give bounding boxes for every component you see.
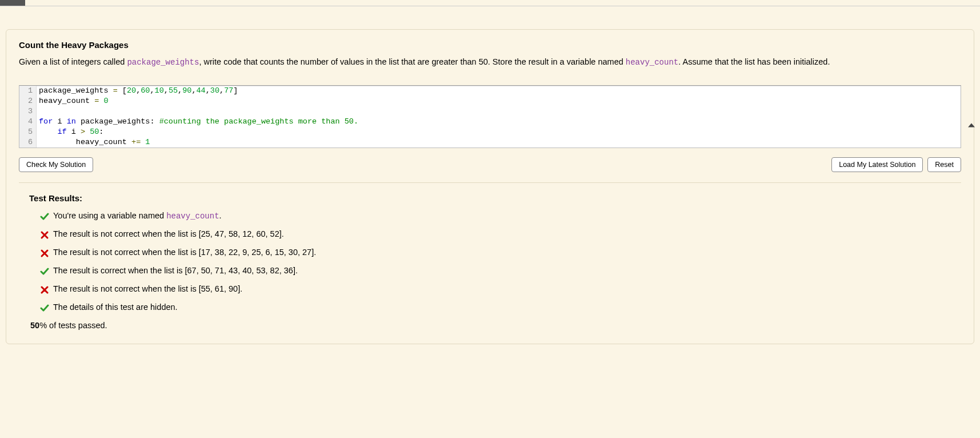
tab-stub bbox=[0, 0, 25, 6]
line-number: 1 bbox=[19, 86, 37, 96]
line-number: 6 bbox=[19, 137, 37, 148]
check-solution-button[interactable]: Check My Solution bbox=[19, 157, 93, 172]
result-text: The details of this test are hidden. bbox=[53, 302, 178, 312]
top-divider bbox=[0, 6, 980, 6]
problem-title: Count the Heavy Packages bbox=[19, 40, 961, 50]
problem-description: Given a list of integers called package_… bbox=[19, 55, 961, 69]
line-number: 2 bbox=[19, 96, 37, 106]
code-content[interactable]: package_weights = [20,60,10,55,90,44,30,… bbox=[37, 86, 961, 96]
editor-line[interactable]: 2heavy_count = 0 bbox=[19, 96, 961, 106]
check-icon bbox=[36, 211, 53, 221]
reset-button[interactable]: Reset bbox=[927, 157, 961, 172]
svg-marker-0 bbox=[968, 123, 975, 127]
result-text: The result is not correct when the list … bbox=[53, 284, 242, 293]
check-icon bbox=[36, 266, 53, 276]
test-result-item: The result is not correct when the list … bbox=[36, 229, 961, 240]
desc-text: . Assume that the list has been initiali… bbox=[678, 57, 830, 66]
result-text: The result is not correct when the list … bbox=[53, 248, 316, 257]
pct-number: 50 bbox=[30, 321, 39, 330]
pass-percentage: 50% of tests passed. bbox=[30, 321, 961, 330]
code-literal: package_weights bbox=[127, 58, 199, 67]
editor-line[interactable]: 3 bbox=[19, 106, 961, 117]
test-result-item: You're using a variable named heavy_coun… bbox=[36, 211, 961, 221]
code-content[interactable]: if i > 50: bbox=[37, 127, 961, 137]
cross-icon bbox=[36, 248, 53, 258]
button-row: Check My Solution Load My Latest Solutio… bbox=[19, 157, 961, 172]
editor-line[interactable]: 1package_weights = [20,60,10,55,90,44,30… bbox=[19, 86, 961, 96]
pct-label: % of tests passed. bbox=[39, 321, 107, 330]
result-text: The result is correct when the list is [… bbox=[53, 266, 298, 275]
collapse-caret-icon[interactable] bbox=[968, 121, 975, 130]
code-literal: heavy_count bbox=[166, 212, 219, 221]
code-editor[interactable]: 1package_weights = [20,60,10,55,90,44,30… bbox=[19, 85, 961, 148]
editor-line[interactable]: 4for i in package_weights: #counting the… bbox=[19, 117, 961, 127]
result-text: You're using a variable named heavy_coun… bbox=[53, 211, 222, 221]
code-content[interactable]: for i in package_weights: #counting the … bbox=[37, 117, 961, 127]
cross-icon bbox=[36, 229, 53, 240]
problem-panel: Count the Heavy Packages Given a list of… bbox=[6, 29, 974, 344]
line-number: 4 bbox=[19, 117, 37, 127]
cross-icon bbox=[36, 284, 53, 294]
line-number: 3 bbox=[19, 106, 37, 117]
result-text: The result is not correct when the list … bbox=[53, 229, 284, 238]
editor-line[interactable]: 5 if i > 50: bbox=[19, 127, 961, 137]
code-content[interactable]: heavy_count = 0 bbox=[37, 96, 961, 106]
load-latest-button[interactable]: Load My Latest Solution bbox=[831, 157, 923, 172]
editor-line[interactable]: 6 heavy_count += 1 bbox=[19, 137, 961, 148]
test-result-item: The result is correct when the list is [… bbox=[36, 266, 961, 276]
desc-text: Given a list of integers called bbox=[19, 57, 127, 66]
code-content[interactable] bbox=[37, 106, 961, 117]
test-result-item: The details of this test are hidden. bbox=[36, 302, 961, 313]
divider bbox=[19, 182, 961, 183]
desc-text: , write code that counts the number of v… bbox=[199, 57, 625, 66]
test-results-list: You're using a variable named heavy_coun… bbox=[36, 211, 961, 313]
code-literal: heavy_count bbox=[626, 58, 678, 67]
results-heading: Test Results: bbox=[29, 193, 961, 203]
test-result-item: The result is not correct when the list … bbox=[36, 248, 961, 258]
test-result-item: The result is not correct when the list … bbox=[36, 284, 961, 294]
line-number: 5 bbox=[19, 127, 37, 137]
code-content[interactable]: heavy_count += 1 bbox=[37, 137, 961, 148]
check-icon bbox=[36, 302, 53, 313]
